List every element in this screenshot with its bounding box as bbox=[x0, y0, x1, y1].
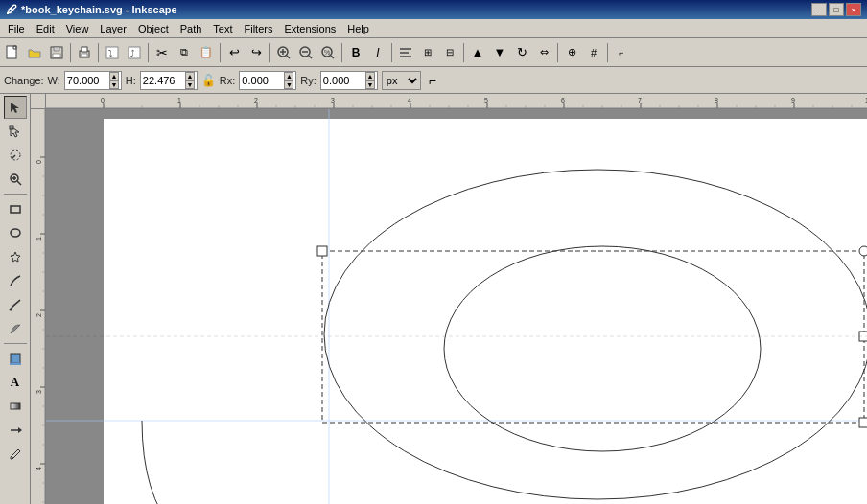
svg-rect-28 bbox=[10, 126, 13, 129]
svg-rect-8 bbox=[82, 54, 87, 57]
rotate-button[interactable]: ↻ bbox=[511, 42, 532, 63]
zoom-tool-btn[interactable] bbox=[4, 168, 27, 191]
lower-button[interactable]: ▼ bbox=[489, 42, 510, 63]
open-button[interactable] bbox=[24, 42, 45, 63]
lock-icon[interactable]: 🔓 bbox=[201, 74, 216, 87]
unit-select[interactable]: px mm cm in pt bbox=[382, 71, 421, 90]
rect-tool-btn[interactable] bbox=[4, 197, 27, 220]
import-icon: ⤵ bbox=[105, 45, 120, 60]
zoom-in-button[interactable] bbox=[273, 42, 294, 63]
menu-help[interactable]: Help bbox=[341, 21, 375, 36]
rx-spin-down[interactable]: ▼ bbox=[284, 80, 293, 89]
h-label: H: bbox=[126, 75, 136, 86]
menu-file[interactable]: File bbox=[2, 21, 31, 36]
controlbar: Change: W: ▲ ▼ H: ▲ ▼ 🔓 Rx: ▲ ▼ Ry: ▲ ▼ … bbox=[0, 67, 867, 94]
flip-button[interactable]: ⇔ bbox=[533, 42, 554, 63]
view-button[interactable]: ⌐ bbox=[611, 42, 632, 63]
group-button[interactable]: ⊞ bbox=[417, 42, 438, 63]
new-button[interactable] bbox=[2, 42, 23, 63]
callig-tool-btn[interactable] bbox=[4, 317, 27, 340]
redo-button[interactable]: ↪ bbox=[246, 42, 267, 63]
cut-button[interactable]: ✂ bbox=[152, 42, 173, 63]
svg-text:4: 4 bbox=[35, 467, 42, 470]
rx-spin-up[interactable]: ▲ bbox=[284, 72, 293, 80]
selection-box bbox=[322, 251, 864, 423]
close-button[interactable]: × bbox=[846, 3, 861, 16]
h-spin-up[interactable]: ▲ bbox=[185, 72, 195, 80]
w-spin-up[interactable]: ▲ bbox=[109, 72, 119, 80]
text-tool-btn[interactable]: A bbox=[4, 371, 27, 394]
ry-input[interactable] bbox=[323, 75, 365, 86]
zoom-fit-button[interactable]: % bbox=[317, 42, 339, 63]
menu-path[interactable]: Path bbox=[175, 21, 208, 36]
h-input[interactable] bbox=[143, 75, 185, 86]
copy-button[interactable]: ⧉ bbox=[174, 42, 195, 63]
menu-filters[interactable]: Filters bbox=[239, 21, 279, 36]
zoom-out-button[interactable] bbox=[295, 42, 316, 63]
gradient-tool-btn[interactable] bbox=[4, 395, 27, 418]
svg-line-18 bbox=[309, 56, 312, 58]
handle-tl[interactable] bbox=[317, 246, 327, 256]
outer-ellipse[interactable] bbox=[324, 170, 867, 499]
svg-text:5: 5 bbox=[484, 97, 488, 103]
menu-view[interactable]: View bbox=[60, 21, 95, 36]
svg-line-32 bbox=[17, 181, 21, 185]
import-button[interactable]: ⤵ bbox=[102, 42, 123, 63]
canvas[interactable] bbox=[46, 109, 867, 504]
keychain-curve[interactable] bbox=[142, 421, 276, 504]
raise-button[interactable]: ▲ bbox=[467, 42, 488, 63]
sep9 bbox=[557, 43, 558, 62]
menu-object[interactable]: Object bbox=[132, 21, 175, 36]
italic-button[interactable]: I bbox=[367, 42, 388, 63]
paste-button[interactable]: 📋 bbox=[196, 42, 217, 63]
menu-edit[interactable]: Edit bbox=[31, 21, 60, 36]
rect-icon bbox=[9, 202, 22, 216]
ry-spin-up[interactable]: ▲ bbox=[365, 72, 375, 80]
minimize-button[interactable]: – bbox=[811, 3, 827, 16]
w-input[interactable] bbox=[67, 75, 109, 86]
svg-text:2: 2 bbox=[35, 313, 42, 317]
align-button[interactable] bbox=[395, 42, 416, 63]
snap-button[interactable]: ⊕ bbox=[561, 42, 582, 63]
ellipse-tool-btn[interactable] bbox=[4, 221, 27, 244]
export-button[interactable]: ⤴ bbox=[124, 42, 145, 63]
fill-tool-btn[interactable] bbox=[4, 347, 27, 370]
menu-extensions[interactable]: Extensions bbox=[278, 21, 341, 36]
w-spin: ▲ ▼ bbox=[109, 72, 119, 89]
pen-tool-btn[interactable] bbox=[4, 293, 27, 316]
tweak-tool-btn[interactable] bbox=[4, 144, 27, 167]
rx-input-container: ▲ ▼ bbox=[239, 71, 296, 90]
select-tool-btn[interactable] bbox=[4, 96, 27, 119]
node-tool-btn[interactable] bbox=[4, 120, 27, 143]
handle-br[interactable] bbox=[859, 418, 867, 427]
pencil-tool-btn[interactable] bbox=[4, 269, 27, 292]
undo-button[interactable]: ↩ bbox=[223, 42, 245, 63]
ry-label: Ry: bbox=[300, 75, 316, 86]
h-spin-down[interactable]: ▼ bbox=[185, 80, 195, 89]
ungroup-button[interactable]: ⊟ bbox=[439, 42, 460, 63]
ruler-horizontal: 0 1 2 3 4 5 6 7 8 bbox=[46, 94, 867, 109]
h-spin: ▲ ▼ bbox=[185, 72, 195, 89]
svg-text:0: 0 bbox=[35, 160, 42, 164]
save-button[interactable] bbox=[46, 42, 67, 63]
svg-rect-7 bbox=[82, 47, 87, 52]
handle-tr[interactable] bbox=[859, 246, 867, 256]
svg-text:1: 1 bbox=[35, 237, 42, 241]
maximize-button[interactable]: □ bbox=[829, 3, 844, 16]
connector-tool-btn[interactable] bbox=[4, 419, 27, 442]
star-tool-btn[interactable] bbox=[4, 245, 27, 268]
grid-button[interactable]: # bbox=[583, 42, 604, 63]
ry-spin-down[interactable]: ▼ bbox=[365, 80, 375, 89]
menu-layer[interactable]: Layer bbox=[94, 21, 132, 36]
print-button[interactable] bbox=[74, 42, 95, 63]
w-spin-down[interactable]: ▼ bbox=[109, 80, 119, 89]
svg-text:3: 3 bbox=[331, 97, 335, 103]
eyedrop-tool-btn[interactable] bbox=[4, 443, 27, 466]
toolbox: A bbox=[0, 94, 31, 504]
bold-button[interactable]: B bbox=[345, 42, 366, 63]
svg-shapes bbox=[46, 109, 867, 504]
menu-text[interactable]: Text bbox=[207, 21, 238, 36]
rx-input[interactable] bbox=[242, 75, 284, 86]
eyedrop-icon bbox=[9, 447, 22, 461]
rx-label: Rx: bbox=[220, 75, 236, 86]
